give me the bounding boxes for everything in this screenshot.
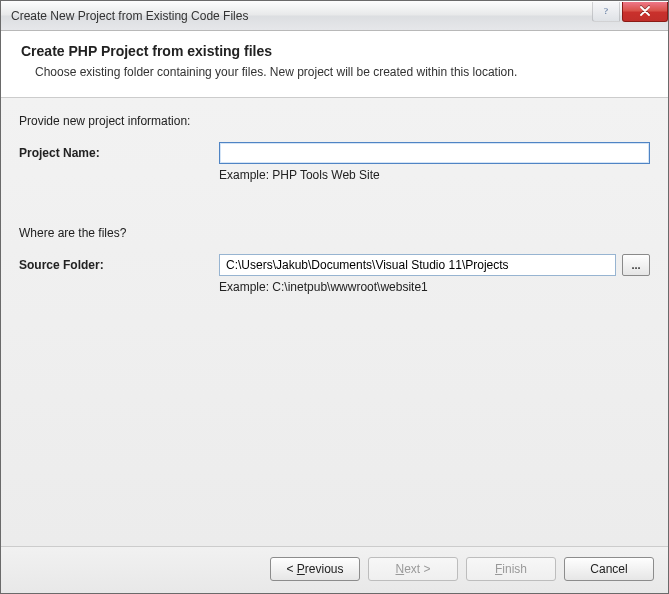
project-name-input[interactable] [219, 142, 650, 164]
window-controls: ? [592, 1, 668, 30]
close-button[interactable] [622, 2, 668, 22]
close-icon [639, 6, 651, 18]
next-button[interactable]: Next > [368, 557, 458, 581]
window-title: Create New Project from Existing Code Fi… [11, 9, 592, 23]
previous-button[interactable]: < Previous [270, 557, 360, 581]
wizard-window: Create New Project from Existing Code Fi… [0, 0, 669, 594]
browse-button[interactable]: ... [622, 254, 650, 276]
source-folder-row: Source Folder: ... [19, 254, 650, 276]
cancel-button[interactable]: Cancel [564, 557, 654, 581]
wizard-footer: < Previous Next > Finish Cancel [1, 546, 668, 593]
wizard-subtitle: Choose existing folder containing your f… [35, 65, 648, 79]
wizard-content: Provide new project information: Project… [1, 98, 668, 546]
svg-text:?: ? [604, 6, 608, 16]
project-name-label: Project Name: [19, 146, 219, 160]
project-name-example: Example: PHP Tools Web Site [219, 168, 650, 182]
source-folder-input[interactable] [219, 254, 616, 276]
titlebar: Create New Project from Existing Code Fi… [1, 1, 668, 31]
help-icon: ? [601, 6, 611, 18]
source-folder-label: Source Folder: [19, 258, 219, 272]
wizard-header: Create PHP Project from existing files C… [1, 31, 668, 98]
section-file-location: Where are the files? [19, 226, 650, 240]
help-button[interactable]: ? [592, 2, 620, 22]
section-project-info: Provide new project information: [19, 114, 650, 128]
finish-button[interactable]: Finish [466, 557, 556, 581]
source-folder-example: Example: C:\inetpub\wwwroot\website1 [219, 280, 650, 294]
wizard-title: Create PHP Project from existing files [21, 43, 648, 59]
project-name-row: Project Name: [19, 142, 650, 164]
ellipsis-icon: ... [631, 259, 640, 271]
